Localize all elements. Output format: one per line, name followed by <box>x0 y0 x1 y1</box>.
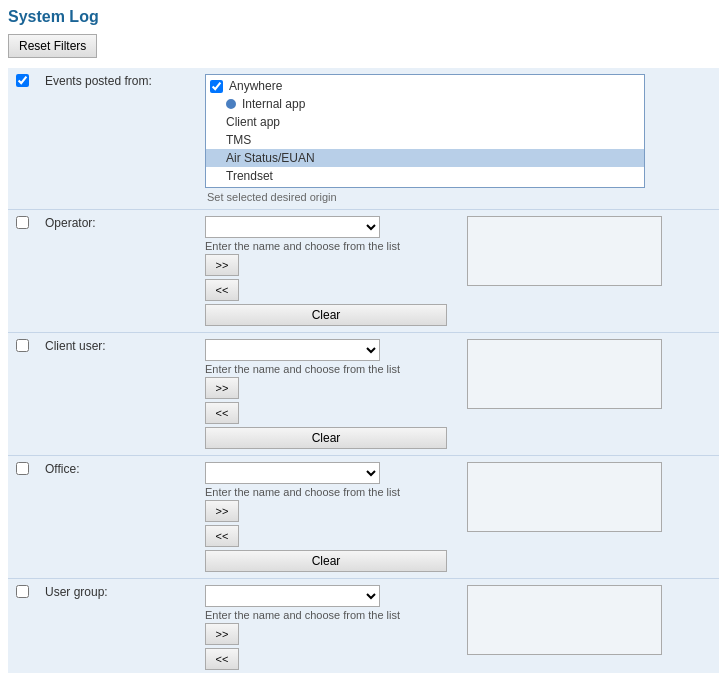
operator-select[interactable] <box>205 216 380 238</box>
usergroup-selected-box <box>467 585 662 655</box>
usergroup-hint: Enter the name and choose from the list <box>205 609 447 621</box>
events-checkbox[interactable] <box>16 74 29 87</box>
office-checkbox[interactable] <box>16 462 29 475</box>
origin-item-tms[interactable]: TMS <box>206 131 644 149</box>
operator-label: Operator: <box>45 216 96 230</box>
usergroup-back-button[interactable]: << <box>205 648 239 670</box>
clientuser-clear-button[interactable]: Clear <box>205 427 447 449</box>
office-back-button[interactable]: << <box>205 525 239 547</box>
office-forward-button[interactable]: >> <box>205 500 239 522</box>
operator-back-button[interactable]: << <box>205 279 239 301</box>
anywhere-checkbox[interactable] <box>210 80 223 93</box>
office-hint: Enter the name and choose from the list <box>205 486 447 498</box>
anywhere-label: Anywhere <box>229 79 282 93</box>
office-clear-button[interactable]: Clear <box>205 550 447 572</box>
internal-label: Internal app <box>242 97 305 111</box>
origin-list: Anywhere Internal app Client app TMS Air… <box>205 74 645 188</box>
origin-item-trendset[interactable]: Trendset <box>206 167 644 185</box>
origin-item-airstatus[interactable]: Air Status/EUAN <box>206 149 644 167</box>
operator-hint: Enter the name and choose from the list <box>205 240 447 252</box>
clientuser-label: Client user: <box>45 339 106 353</box>
origin-item-anywhere[interactable]: Anywhere <box>206 77 644 95</box>
operator-selected-box <box>467 216 662 286</box>
clientuser-checkbox[interactable] <box>16 339 29 352</box>
tms-label: TMS <box>226 133 251 147</box>
office-selected-box <box>467 462 662 532</box>
trendset-label: Trendset <box>226 169 273 183</box>
clientuser-back-button[interactable]: << <box>205 402 239 424</box>
clientuser-select[interactable] <box>205 339 380 361</box>
page-title: System Log <box>8 8 719 26</box>
usergroup-select[interactable] <box>205 585 380 607</box>
internal-radio[interactable] <box>226 99 236 109</box>
events-label: Events posted from: <box>45 74 152 88</box>
reset-filters-button[interactable]: Reset Filters <box>8 34 97 58</box>
usergroup-label: User group: <box>45 585 108 599</box>
airstatus-label: Air Status/EUAN <box>226 151 315 165</box>
usergroup-checkbox[interactable] <box>16 585 29 598</box>
origin-item-internal[interactable]: Internal app <box>206 95 644 113</box>
office-select[interactable] <box>205 462 380 484</box>
operator-clear-button[interactable]: Clear <box>205 304 447 326</box>
operator-forward-button[interactable]: >> <box>205 254 239 276</box>
client-label: Client app <box>226 115 280 129</box>
operator-checkbox[interactable] <box>16 216 29 229</box>
usergroup-forward-button[interactable]: >> <box>205 623 239 645</box>
clientuser-forward-button[interactable]: >> <box>205 377 239 399</box>
clientuser-hint: Enter the name and choose from the list <box>205 363 447 375</box>
origin-item-client[interactable]: Client app <box>206 113 644 131</box>
clientuser-selected-box <box>467 339 662 409</box>
office-label: Office: <box>45 462 79 476</box>
origin-hint: Set selected desired origin <box>205 191 711 203</box>
